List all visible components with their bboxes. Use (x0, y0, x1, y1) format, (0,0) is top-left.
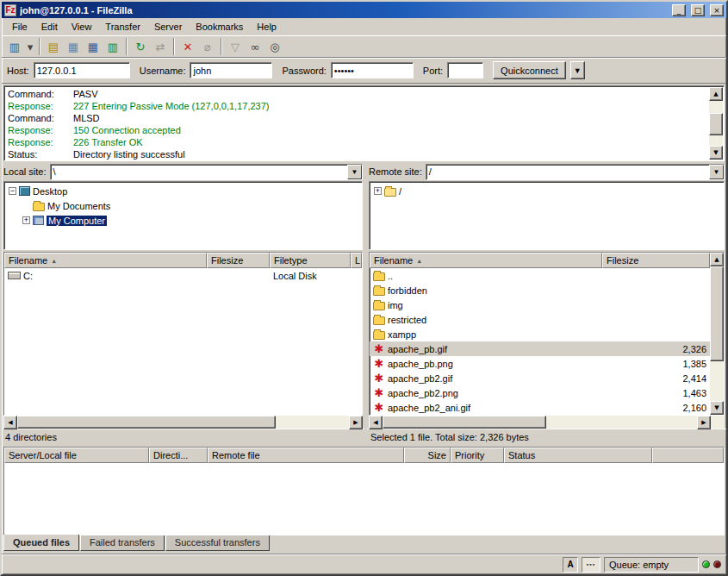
column-size[interactable]: Size (404, 448, 451, 463)
log-line: Command:MLSD (8, 112, 708, 124)
remote-treeview-icon[interactable]: ▦ (84, 37, 103, 56)
port-input[interactable] (447, 62, 483, 78)
scroll-up-icon[interactable]: ▲ (710, 253, 724, 266)
site-manager-icon[interactable]: ▥ (5, 37, 24, 56)
remote-file-row[interactable]: img (370, 297, 710, 312)
maximize-button[interactable]: □ (691, 4, 705, 16)
username-input[interactable] (190, 62, 272, 78)
column-filesize[interactable]: Filesize (602, 253, 710, 268)
scrollbar-thumb[interactable] (383, 416, 546, 429)
message-log-icon[interactable]: ▤ (44, 37, 63, 56)
speed-limit-icon[interactable]: ▪▪▪ (582, 557, 600, 573)
tree-item-root[interactable]: + / (370, 184, 724, 198)
log-line: Status:Directory listing successful (8, 148, 708, 160)
refresh-icon[interactable]: ↻ (131, 37, 150, 56)
local-directory-tree[interactable]: − Desktop My Documents + My Computer (3, 181, 363, 250)
compare-icon[interactable]: ∞ (246, 37, 264, 56)
queue-header: Server/Local file Directi... Remote file… (4, 448, 724, 463)
minimize-button[interactable]: _ (672, 4, 686, 16)
tree-expander-collapse-icon[interactable]: − (9, 187, 16, 195)
tree-item-desktop[interactable]: − Desktop (4, 184, 362, 198)
queue-tabs: Queued files Failed transfers Successful… (2, 535, 726, 554)
column-priority[interactable]: Priority (451, 448, 504, 463)
column-filetype[interactable]: Filetype (270, 253, 351, 268)
scrollbar-thumb[interactable] (709, 113, 723, 135)
menu-file[interactable]: File (5, 20, 34, 34)
quickconnect-dropdown-icon[interactable]: ▼ (570, 61, 585, 79)
host-input[interactable] (34, 62, 130, 78)
tab-queued-files[interactable]: Queued files (3, 535, 79, 551)
disconnect-icon[interactable]: ⌀ (198, 37, 217, 56)
menu-view[interactable]: View (65, 20, 99, 34)
find-icon[interactable]: ◎ (265, 37, 284, 56)
remote-file-row[interactable]: ✱apache_pb.png 1,385 (370, 356, 710, 371)
local-site-combo[interactable]: \ ▼ (50, 164, 363, 180)
combo-dropdown-icon[interactable]: ▼ (709, 165, 724, 179)
process-queue-icon[interactable]: ⇄ (151, 37, 170, 56)
column-filename[interactable]: Filename ▲ (370, 253, 602, 268)
local-treeview-icon[interactable]: ▦ (64, 37, 83, 56)
filter-icon[interactable]: ▽ (226, 37, 245, 56)
tab-successful-transfers[interactable]: Successful transfers (165, 535, 270, 551)
tab-failed-transfers[interactable]: Failed transfers (80, 535, 165, 551)
column-server-local-file[interactable]: Server/Local file (4, 448, 149, 463)
scroll-right-icon[interactable]: ▶ (697, 416, 711, 429)
image-file-icon: ✱ (373, 358, 385, 369)
remote-file-row[interactable]: ✱apache_pb2.png 1,463 (370, 385, 710, 400)
local-horizontal-scrollbar[interactable]: ◀ ▶ (3, 416, 363, 429)
log-vertical-scrollbar[interactable]: ▲ ▼ (709, 87, 723, 160)
scroll-down-icon[interactable]: ▼ (709, 146, 723, 160)
remote-vertical-scrollbar[interactable]: ▲ ▼ (710, 253, 724, 415)
menu-transfer[interactable]: Transfer (98, 20, 147, 34)
remote-directory-tree[interactable]: + / (369, 181, 725, 250)
title-bar[interactable]: Fz john@127.0.0.1 - FileZilla _ □ × (2, 2, 726, 18)
transfer-queue-icon[interactable]: ▥ (103, 37, 122, 56)
remote-horizontal-scrollbar[interactable]: ◀ ▶ (369, 416, 725, 429)
menu-bookmarks[interactable]: Bookmarks (189, 20, 250, 34)
quickconnect-bar: Host: Username: Password: Port: Quickcon… (2, 58, 726, 84)
local-file-row[interactable]: C: Local Disk (4, 268, 362, 283)
scroll-left-icon[interactable]: ◀ (369, 416, 383, 429)
local-list-body[interactable]: C: Local Disk (4, 268, 362, 415)
log-line: Command:PASV (8, 88, 708, 100)
combo-dropdown-icon[interactable]: ▼ (347, 165, 362, 179)
column-filename[interactable]: Filename ▲ (4, 253, 207, 268)
tree-expander-expand-icon[interactable]: + (22, 216, 30, 224)
column-status[interactable]: Status (504, 448, 652, 463)
local-site-label: Local site: (3, 166, 47, 177)
scroll-down-icon[interactable]: ▼ (710, 401, 724, 415)
remote-site-combo[interactable]: / ▼ (426, 164, 725, 180)
remote-file-row[interactable]: ✱apache_pb2.gif 2,414 (370, 371, 710, 385)
scrollbar-thumb[interactable] (710, 266, 724, 361)
close-button[interactable]: × (710, 4, 724, 16)
column-direction[interactable]: Directi... (149, 448, 208, 463)
password-input[interactable] (331, 62, 414, 78)
site-manager-dropdown-icon[interactable]: ▾ (25, 37, 35, 56)
quickconnect-button[interactable]: Quickconnect (493, 61, 566, 79)
remote-file-row[interactable]: .. (370, 268, 710, 283)
remote-file-row-selected[interactable]: ✱apache_pb.gif 2,326 (370, 341, 710, 356)
scrollbar-thumb[interactable] (17, 416, 276, 429)
menu-help[interactable]: Help (250, 20, 283, 34)
tree-item-my-documents[interactable]: My Documents (4, 198, 362, 213)
tree-item-my-computer[interactable]: + My Computer (4, 213, 362, 228)
tree-expander-expand-icon[interactable]: + (374, 187, 382, 195)
scroll-left-icon[interactable]: ◀ (3, 416, 17, 429)
column-remote-file[interactable]: Remote file (208, 448, 404, 463)
remote-file-row[interactable]: xampp (370, 327, 710, 341)
cancel-icon[interactable]: ✕ (178, 37, 197, 56)
scroll-right-icon[interactable]: ▶ (349, 416, 363, 429)
scroll-up-icon[interactable]: ▲ (709, 87, 723, 101)
queue-body[interactable] (4, 463, 724, 535)
message-log[interactable]: Command:PASV Response:227 Entering Passi… (3, 85, 725, 161)
menu-server[interactable]: Server (147, 20, 189, 34)
toolbar-separator (39, 38, 40, 55)
remote-file-row[interactable]: restricted (370, 312, 710, 327)
folder-icon (373, 316, 385, 325)
menu-edit[interactable]: Edit (34, 20, 65, 34)
column-last-modified[interactable]: L (351, 253, 362, 268)
column-filesize[interactable]: Filesize (207, 253, 270, 268)
remote-file-row[interactable]: ✱apache_pb2_ani.gif 2,160 (370, 400, 710, 415)
remote-file-row[interactable]: forbidden (370, 283, 710, 297)
transfer-type-indicator[interactable]: A (563, 557, 578, 573)
